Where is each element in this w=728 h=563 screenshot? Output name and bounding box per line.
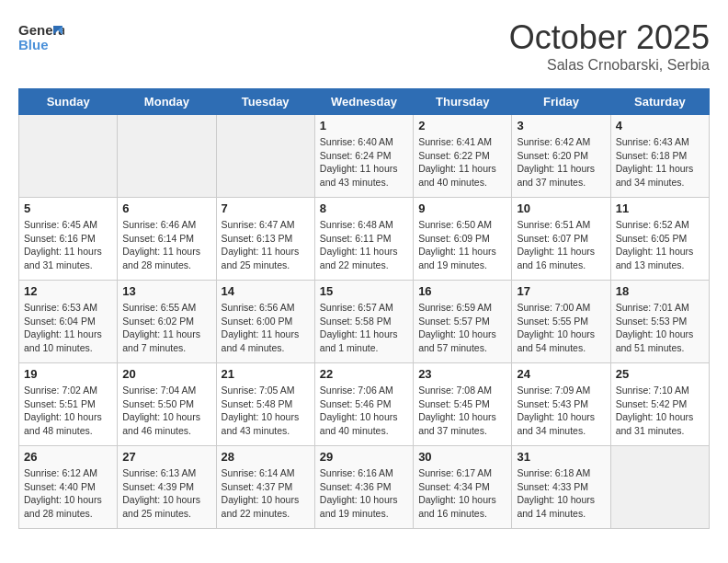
day-info: Sunrise: 6:13 AM Sunset: 4:39 PM Dayligh… (122, 466, 210, 521)
calendar-cell: 4Sunrise: 6:43 AM Sunset: 6:18 PM Daylig… (610, 115, 709, 198)
day-info: Sunrise: 7:01 AM Sunset: 5:53 PM Dayligh… (616, 301, 704, 355)
day-number: 7 (222, 201, 310, 215)
weekday-header: Monday (118, 89, 216, 115)
calendar-week-row: 19Sunrise: 7:02 AM Sunset: 5:51 PM Dayli… (19, 363, 710, 446)
day-number: 19 (24, 367, 112, 381)
calendar-cell: 22Sunrise: 7:06 AM Sunset: 5:46 PM Dayli… (314, 363, 413, 446)
day-info: Sunrise: 6:55 AM Sunset: 6:02 PM Dayligh… (122, 301, 210, 355)
day-number: 9 (418, 201, 506, 215)
day-number: 31 (517, 450, 605, 464)
day-info: Sunrise: 7:06 AM Sunset: 5:46 PM Dayligh… (320, 384, 408, 438)
day-number: 2 (418, 119, 506, 132)
day-info: Sunrise: 7:04 AM Sunset: 5:50 PM Dayligh… (122, 384, 210, 438)
day-info: Sunrise: 6:41 AM Sunset: 6:22 PM Dayligh… (418, 135, 506, 190)
weekday-header: Friday (512, 89, 610, 115)
weekday-header: Saturday (610, 89, 709, 115)
calendar-cell: 8Sunrise: 6:48 AM Sunset: 6:11 PM Daylig… (314, 198, 413, 281)
page-header: General Blue October 2025 Salas Crnobars… (18, 18, 710, 74)
day-number: 24 (517, 367, 605, 381)
day-info: Sunrise: 6:42 AM Sunset: 6:20 PM Dayligh… (517, 135, 605, 190)
day-info: Sunrise: 7:00 AM Sunset: 5:55 PM Dayligh… (517, 301, 605, 355)
day-info: Sunrise: 6:53 AM Sunset: 6:04 PM Dayligh… (24, 301, 112, 355)
day-info: Sunrise: 7:10 AM Sunset: 5:42 PM Dayligh… (616, 384, 704, 438)
day-number: 22 (320, 367, 408, 381)
day-info: Sunrise: 6:56 AM Sunset: 6:00 PM Dayligh… (222, 301, 310, 355)
day-info: Sunrise: 7:05 AM Sunset: 5:48 PM Dayligh… (222, 384, 310, 438)
day-info: Sunrise: 6:17 AM Sunset: 4:34 PM Dayligh… (418, 466, 506, 521)
day-number: 28 (222, 450, 310, 464)
day-number: 21 (222, 367, 310, 381)
title-block: October 2025 Salas Crnobarski, Serbia (509, 18, 710, 74)
calendar-cell: 9Sunrise: 6:50 AM Sunset: 6:09 PM Daylig… (414, 198, 512, 281)
day-number: 18 (616, 284, 704, 298)
calendar-cell: 11Sunrise: 6:52 AM Sunset: 6:05 PM Dayli… (610, 198, 709, 281)
day-number: 29 (320, 450, 408, 464)
day-info: Sunrise: 6:57 AM Sunset: 5:58 PM Dayligh… (320, 301, 408, 355)
calendar-week-row: 5Sunrise: 6:45 AM Sunset: 6:16 PM Daylig… (19, 198, 710, 281)
calendar-cell: 17Sunrise: 7:00 AM Sunset: 5:55 PM Dayli… (512, 281, 610, 363)
calendar-cell: 21Sunrise: 7:05 AM Sunset: 5:48 PM Dayli… (216, 363, 314, 446)
day-number: 26 (24, 450, 112, 464)
calendar-cell: 15Sunrise: 6:57 AM Sunset: 5:58 PM Dayli… (314, 281, 413, 363)
calendar-cell: 12Sunrise: 6:53 AM Sunset: 6:04 PM Dayli… (19, 281, 118, 363)
day-number: 1 (320, 119, 408, 132)
day-number: 3 (517, 119, 605, 132)
day-number: 30 (418, 450, 506, 464)
calendar-cell (216, 115, 314, 198)
weekday-header: Tuesday (216, 89, 314, 115)
day-info: Sunrise: 6:12 AM Sunset: 4:40 PM Dayligh… (24, 466, 112, 521)
calendar-cell: 24Sunrise: 7:09 AM Sunset: 5:43 PM Dayli… (512, 363, 610, 446)
day-info: Sunrise: 7:02 AM Sunset: 5:51 PM Dayligh… (24, 384, 112, 438)
weekday-header: Thursday (414, 89, 512, 115)
day-info: Sunrise: 6:52 AM Sunset: 6:05 PM Dayligh… (616, 218, 704, 272)
day-number: 11 (616, 201, 704, 215)
calendar-cell: 27Sunrise: 6:13 AM Sunset: 4:39 PM Dayli… (118, 446, 216, 529)
day-number: 17 (517, 284, 605, 298)
day-number: 8 (320, 201, 408, 215)
day-number: 20 (122, 367, 210, 381)
day-info: Sunrise: 6:50 AM Sunset: 6:09 PM Dayligh… (418, 218, 506, 272)
day-info: Sunrise: 6:45 AM Sunset: 6:16 PM Dayligh… (24, 218, 112, 272)
day-info: Sunrise: 6:51 AM Sunset: 6:07 PM Dayligh… (517, 218, 605, 272)
day-info: Sunrise: 7:08 AM Sunset: 5:45 PM Dayligh… (418, 384, 506, 438)
calendar-cell: 26Sunrise: 6:12 AM Sunset: 4:40 PM Dayli… (19, 446, 118, 529)
location-subtitle: Salas Crnobarski, Serbia (509, 57, 710, 74)
weekday-header-row: SundayMondayTuesdayWednesdayThursdayFrid… (19, 89, 710, 115)
calendar-cell: 28Sunrise: 6:14 AM Sunset: 4:37 PM Dayli… (216, 446, 314, 529)
calendar-cell (610, 446, 709, 529)
day-info: Sunrise: 6:16 AM Sunset: 4:36 PM Dayligh… (320, 466, 408, 521)
day-number: 13 (122, 284, 210, 298)
day-number: 12 (24, 284, 112, 298)
day-number: 5 (24, 201, 112, 215)
day-number: 6 (122, 201, 210, 215)
calendar-cell: 3Sunrise: 6:42 AM Sunset: 6:20 PM Daylig… (512, 115, 610, 198)
month-title: October 2025 (509, 18, 710, 57)
day-info: Sunrise: 6:18 AM Sunset: 4:33 PM Dayligh… (517, 466, 605, 521)
calendar-cell: 7Sunrise: 6:47 AM Sunset: 6:13 PM Daylig… (216, 198, 314, 281)
calendar-cell: 18Sunrise: 7:01 AM Sunset: 5:53 PM Dayli… (610, 281, 709, 363)
calendar-cell: 2Sunrise: 6:41 AM Sunset: 6:22 PM Daylig… (414, 115, 512, 198)
day-info: Sunrise: 6:40 AM Sunset: 6:24 PM Dayligh… (320, 135, 408, 190)
calendar-cell: 6Sunrise: 6:46 AM Sunset: 6:14 PM Daylig… (118, 198, 216, 281)
day-info: Sunrise: 6:46 AM Sunset: 6:14 PM Dayligh… (122, 218, 210, 272)
weekday-header: Sunday (19, 89, 118, 115)
calendar-week-row: 26Sunrise: 6:12 AM Sunset: 4:40 PM Dayli… (19, 446, 710, 529)
calendar-cell (19, 115, 118, 198)
calendar-cell: 16Sunrise: 6:59 AM Sunset: 5:57 PM Dayli… (414, 281, 512, 363)
calendar-cell: 29Sunrise: 6:16 AM Sunset: 4:36 PM Dayli… (314, 446, 413, 529)
day-number: 16 (418, 284, 506, 298)
calendar-cell: 25Sunrise: 7:10 AM Sunset: 5:42 PM Dayli… (610, 363, 709, 446)
day-number: 4 (616, 119, 704, 132)
day-info: Sunrise: 6:47 AM Sunset: 6:13 PM Dayligh… (222, 218, 310, 272)
day-number: 14 (222, 284, 310, 298)
day-number: 15 (320, 284, 408, 298)
day-number: 10 (517, 201, 605, 215)
calendar-table: SundayMondayTuesdayWednesdayThursdayFrid… (18, 88, 710, 529)
day-info: Sunrise: 6:48 AM Sunset: 6:11 PM Dayligh… (320, 218, 408, 272)
day-number: 23 (418, 367, 506, 381)
calendar-cell: 10Sunrise: 6:51 AM Sunset: 6:07 PM Dayli… (512, 198, 610, 281)
day-number: 27 (122, 450, 210, 464)
calendar-cell: 1Sunrise: 6:40 AM Sunset: 6:24 PM Daylig… (314, 115, 413, 198)
day-info: Sunrise: 6:43 AM Sunset: 6:18 PM Dayligh… (616, 135, 704, 190)
calendar-week-row: 12Sunrise: 6:53 AM Sunset: 6:04 PM Dayli… (19, 281, 710, 363)
